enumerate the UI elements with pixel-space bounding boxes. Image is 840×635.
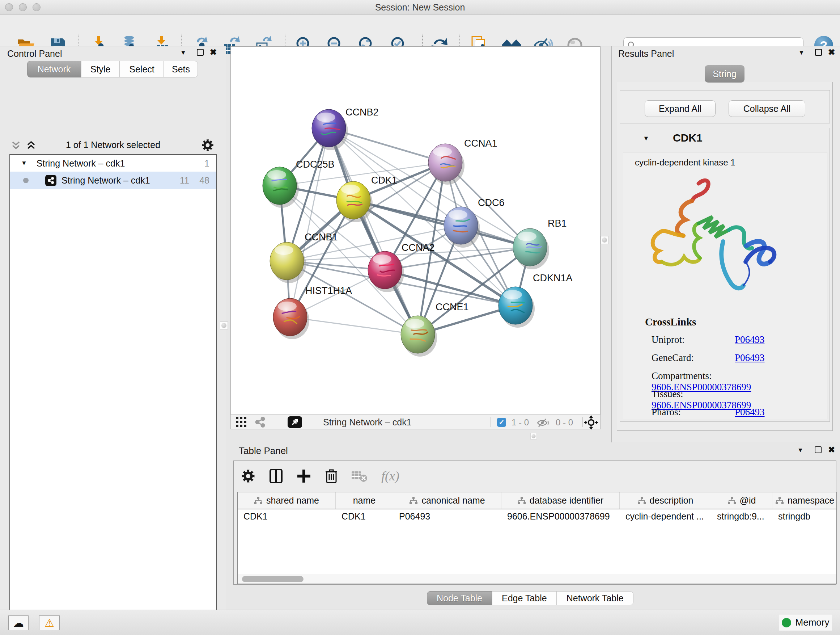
protein-structure-image: [638, 171, 783, 301]
panel-menu-icon[interactable]: ▼: [798, 49, 805, 57]
crosslinks-section: CrossLinks Uniprot:P06493GeneCard:P06493…: [645, 316, 696, 328]
cell-name[interactable]: CDK1: [336, 511, 393, 522]
node-label-HIST1H1A[interactable]: HIST1H1A: [305, 285, 352, 296]
tab-style[interactable]: Style: [81, 61, 120, 78]
panel-float-icon[interactable]: [815, 447, 821, 453]
node-label-RB1[interactable]: RB1: [548, 218, 567, 229]
left-splitter-handle[interactable]: [220, 321, 228, 329]
column-header-canonical-name[interactable]: canonical name: [393, 492, 501, 509]
birdseye-view-icon[interactable]: [287, 416, 302, 428]
gene-caret-icon[interactable]: ▼: [643, 135, 649, 142]
tab-edge-table[interactable]: Edge Table: [492, 591, 557, 605]
node-label-CCNB1[interactable]: CCNB1: [305, 232, 338, 242]
gene-section: ▼ CDK1 cyclin-dependent kinase 1 CrossLi…: [620, 128, 830, 422]
window-title: Session: New Session: [0, 0, 840, 14]
select-columns-icon[interactable]: [269, 469, 283, 484]
table-horizontal-scrollbar[interactable]: [238, 574, 836, 584]
tab-network[interactable]: Network: [27, 61, 81, 78]
crosslink-link[interactable]: P06493: [735, 352, 765, 363]
crosslink-label: Tissues:: [652, 388, 735, 400]
cell-namespace[interactable]: stringdb: [772, 511, 837, 522]
warnings-button[interactable]: ⚠: [39, 616, 60, 630]
network-row[interactable]: String Network – cdk1 11 48: [10, 172, 216, 189]
panel-menu-icon[interactable]: ▼: [180, 49, 186, 57]
network-view-toolbar: String Network – cdk1 ✓ 1 - 0 0 - 0: [231, 415, 600, 429]
column-header-@id[interactable]: @id: [711, 492, 772, 509]
network-edge-count: 48: [199, 175, 210, 186]
control-panel-title: Control Panel: [7, 49, 62, 59]
tab-sets[interactable]: Sets: [164, 61, 198, 78]
panel-close-icon[interactable]: ✖: [828, 447, 835, 453]
add-column-icon[interactable]: [297, 469, 311, 483]
crosslink-link[interactable]: P06493: [735, 407, 765, 417]
node-table[interactable]: shared namenamecanonical namedatabase id…: [237, 492, 837, 584]
column-header-shared-name[interactable]: shared name: [238, 492, 336, 509]
function-builder-icon[interactable]: f(x): [381, 469, 399, 484]
delete-table-icon[interactable]: [352, 470, 368, 482]
column-header-database-identifier[interactable]: database identifier: [501, 492, 620, 509]
main-toolbar: ?: [0, 15, 840, 46]
table-toolbar: f(x): [241, 466, 399, 486]
network-canvas[interactable]: CCNB2CCNA1CDC25BCDK1CDC6RB1CCNB1CCNA2CDK…: [231, 46, 600, 415]
table-row[interactable]: CDK1CDK1P064939606.ENSP00000378699cyclin…: [238, 509, 836, 523]
toolbar-divider: [536, 417, 536, 427]
right-splitter-handle[interactable]: [600, 236, 608, 244]
table-header-row: shared namenamecanonical namedatabase id…: [238, 492, 836, 509]
table-panel: Table Panel ▼ ✖ f(x) shared namenamecano…: [231, 442, 840, 610]
cell-canonical-name[interactable]: P06493: [393, 511, 501, 522]
panel-close-icon[interactable]: ✖: [828, 49, 835, 56]
network-collection-row[interactable]: ▼ String Network – cdk1 1: [10, 155, 216, 172]
node-label-CDKN1A[interactable]: CDKN1A: [533, 272, 573, 283]
expand-all-button[interactable]: Expand All: [645, 100, 715, 117]
collapse-all-button[interactable]: Collapse All: [729, 100, 805, 117]
node-label-CCNB2[interactable]: CCNB2: [346, 107, 379, 118]
cloud-button[interactable]: ☁: [8, 616, 28, 630]
panel-menu-icon[interactable]: ▼: [797, 447, 804, 454]
column-header-name[interactable]: name: [336, 492, 393, 509]
selection-checkbox-icon[interactable]: ✓: [497, 418, 506, 427]
cell-@id[interactable]: stringdb:9...: [711, 511, 772, 522]
fit-content-crosshair-icon[interactable]: [584, 415, 599, 430]
share-view-icon[interactable]: [255, 417, 265, 428]
panel-float-icon[interactable]: [815, 49, 822, 56]
node-table-container: f(x) shared namenamecanonical namedataba…: [233, 461, 836, 585]
gene-description: cyclin-dependent kinase 1: [635, 157, 736, 168]
node-label-CCNA2[interactable]: CCNA2: [401, 242, 435, 253]
network-view-title: String Network – cdk1: [323, 417, 412, 428]
status-bar: ☁ ⚠ Memory: [0, 610, 840, 635]
collection-caret-icon[interactable]: ▼: [21, 160, 27, 167]
memory-label: Memory: [796, 617, 829, 628]
crosslink-link[interactable]: P06493: [735, 334, 765, 345]
node-label-CDK1[interactable]: CDK1: [371, 175, 397, 186]
tab-node-table[interactable]: Node Table: [427, 591, 492, 605]
collection-count: 1: [204, 158, 210, 169]
column-header-description[interactable]: description: [620, 492, 711, 509]
cell-shared-name[interactable]: CDK1: [238, 511, 336, 522]
node-label-CCNA1[interactable]: CCNA1: [464, 138, 497, 149]
results-button-row: Expand All Collapse All: [620, 90, 830, 124]
delete-column-icon[interactable]: [325, 468, 338, 484]
gear-icon[interactable]: [201, 139, 214, 152]
column-header-namespace[interactable]: namespace: [772, 492, 837, 509]
tab-string[interactable]: String: [705, 65, 745, 82]
table-settings-gear-icon[interactable]: [241, 469, 256, 483]
node-label-CDC6[interactable]: CDC6: [478, 197, 505, 208]
node-label-CDC25B[interactable]: CDC25B: [296, 159, 335, 170]
string-network-graph[interactable]: CCNB2CCNA1CDC25BCDK1CDC6RB1CCNB1CCNA2CDK…: [231, 47, 600, 415]
shared-column-icon: [638, 497, 646, 505]
scrollbar-thumb[interactable]: [242, 576, 303, 582]
panel-float-icon[interactable]: [197, 49, 204, 56]
cell-description[interactable]: cyclin-dependent ...: [620, 511, 711, 522]
memory-button[interactable]: Memory: [779, 614, 832, 631]
tab-select[interactable]: Select: [120, 61, 164, 78]
shared-column-icon: [409, 497, 418, 505]
network-list-toolbar: 1 of 1 Network selected: [0, 135, 226, 154]
table-tabs: Node TableEdge TableNetwork Table: [427, 591, 633, 605]
node-label-CCNE1[interactable]: CCNE1: [436, 302, 469, 312]
bottom-splitter-handle[interactable]: [531, 433, 537, 440]
panel-close-icon[interactable]: ✖: [210, 49, 217, 56]
tab-network-table[interactable]: Network Table: [557, 591, 633, 605]
network-selected-status: 1 of 1 Network selected: [0, 140, 226, 150]
grid-view-icon[interactable]: [236, 417, 247, 428]
cell-database-identifier[interactable]: 9606.ENSP00000378699: [501, 511, 620, 522]
